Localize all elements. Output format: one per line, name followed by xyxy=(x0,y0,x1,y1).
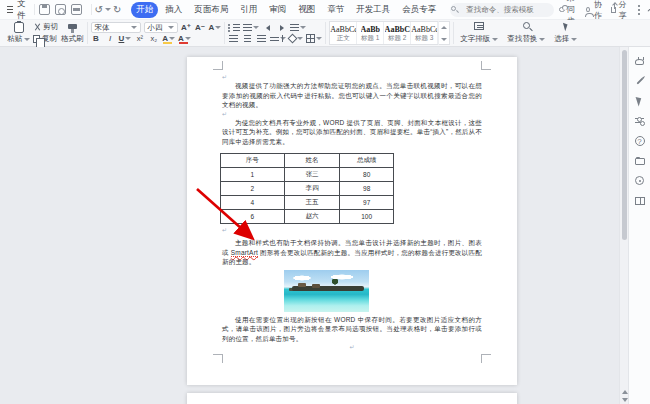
ribbon-toolbar: 粘贴 剪切 复制 格式刷 xyxy=(0,20,650,47)
tab-section[interactable]: 章节 xyxy=(322,2,349,18)
file-manager-icon[interactable] xyxy=(634,155,645,166)
style-heading1[interactable]: AaBb 标题 1 xyxy=(357,22,384,44)
style-heading3[interactable]: AaBbCc 标题 3 xyxy=(411,22,438,44)
beach-image[interactable] xyxy=(284,270,369,312)
numbered-list-button[interactable] xyxy=(243,22,259,33)
paragraph-professional[interactable]: 为使您的文档具有专业外观，WORD 提供了页眉、页脚、封面和文本框设计，这些设计… xyxy=(222,118,482,147)
subscript-button[interactable]: x₂ xyxy=(148,33,159,44)
align-right-button[interactable] xyxy=(256,33,267,44)
adjust-settings-icon[interactable] xyxy=(634,115,645,126)
share-button[interactable]: 分享 xyxy=(611,0,628,21)
style-normal[interactable]: AaBbCcDd 正文 xyxy=(330,22,357,44)
cell-name[interactable]: 张三 xyxy=(284,168,340,182)
gallery-scroll-up-icon[interactable] xyxy=(441,26,447,29)
help-icon[interactable]: ? xyxy=(634,135,645,146)
scrollbar-thumb[interactable] xyxy=(622,50,627,240)
tab-view[interactable]: 视图 xyxy=(293,2,320,18)
line-spacing-button[interactable] xyxy=(270,33,286,44)
highlight-color-button[interactable]: A xyxy=(162,33,175,44)
underline-button[interactable]: U xyxy=(119,33,132,44)
undo-icon[interactable]: ↺ xyxy=(95,4,103,15)
text-layout-icon xyxy=(474,22,484,30)
document-page-1[interactable]: 视频提供了功能强大的方法帮助您证明您的观点。当您单击联机视频时，可以在想要添加的… xyxy=(187,57,517,385)
cell-serial[interactable]: 1 xyxy=(221,168,285,182)
format-painter-button[interactable]: 格式刷 xyxy=(61,34,84,44)
tab-review[interactable]: 审阅 xyxy=(264,2,291,18)
align-center-button[interactable] xyxy=(242,33,253,44)
tab-references[interactable]: 引用 xyxy=(235,2,262,18)
previous-page-icon[interactable] xyxy=(622,390,628,394)
shading-button[interactable] xyxy=(289,33,303,44)
select-cursor-icon[interactable] xyxy=(634,95,645,106)
gallery-scroll-down-icon[interactable] xyxy=(441,38,447,41)
font-size-select[interactable]: 小四 xyxy=(144,22,178,33)
more-options-button[interactable] xyxy=(636,9,642,11)
text-direction-dropdown-icon xyxy=(300,26,306,29)
cell-serial[interactable]: 2 xyxy=(221,182,285,196)
vertical-scrollbar[interactable] xyxy=(619,47,628,404)
decrease-indent-button[interactable] xyxy=(262,22,273,33)
cell-name[interactable]: 王五 xyxy=(284,196,340,210)
find-replace-button[interactable]: 查找替换 xyxy=(504,22,548,44)
header-score[interactable]: 总成绩 xyxy=(340,154,394,168)
bullet-list-button[interactable] xyxy=(228,22,240,33)
bold-button[interactable]: B xyxy=(91,33,102,44)
cell-score[interactable]: 98 xyxy=(340,182,394,196)
header-serial[interactable]: 序号 xyxy=(221,154,285,168)
scores-table[interactable]: 序号 姓名 总成绩 1 张三 80 2 李四 98 xyxy=(220,153,394,224)
increase-indent-button[interactable] xyxy=(276,22,287,33)
cell-score[interactable]: 97 xyxy=(340,196,394,210)
undo-dropdown-icon[interactable] xyxy=(105,8,111,11)
cell-name[interactable]: 李四 xyxy=(284,182,340,196)
select-button[interactable]: 选择 xyxy=(551,22,580,44)
cell-score[interactable]: 100 xyxy=(340,210,394,224)
header-name[interactable]: 姓名 xyxy=(284,154,340,168)
tab-home[interactable]: 开始 xyxy=(131,2,158,18)
align-left-button[interactable] xyxy=(228,33,239,44)
redo-icon[interactable]: ↻ xyxy=(113,4,121,15)
print-icon[interactable] xyxy=(71,4,82,15)
copy-button[interactable]: 复制 xyxy=(33,34,58,44)
font-color-button[interactable]: A xyxy=(178,33,191,44)
editing-group: 文字排版 查找替换 选择 xyxy=(454,22,583,44)
text-direction-icon xyxy=(290,24,299,25)
cell-name[interactable]: 赵六 xyxy=(284,210,340,224)
dictionary-icon[interactable] xyxy=(634,195,645,206)
font-name-select[interactable]: 宋体 xyxy=(91,22,141,33)
shrink-font-button[interactable]: A⁻ xyxy=(195,22,206,33)
cell-score[interactable]: 80 xyxy=(340,168,394,182)
text-direction-button[interactable] xyxy=(290,22,306,33)
cut-button[interactable]: 剪切 xyxy=(33,22,58,32)
next-page-icon[interactable] xyxy=(622,398,628,402)
paragraph-save-time[interactable]: 使用在需要位置出现的新按钮在 WORD 中保存时间。若要更改图片适应文档的方式，… xyxy=(222,315,482,344)
collaborate-button[interactable]: 协作 xyxy=(586,0,603,21)
grow-font-button[interactable]: A⁺ xyxy=(181,22,192,33)
target-tools-icon[interactable] xyxy=(634,175,645,186)
italic-button[interactable]: I xyxy=(105,33,116,44)
search-input[interactable] xyxy=(450,3,554,17)
crop-mark-bottom-right xyxy=(481,354,491,363)
tab-developer[interactable]: 开发工具 xyxy=(351,2,395,18)
superscript-button[interactable]: x² xyxy=(134,33,145,44)
clear-format-button[interactable]: A xyxy=(209,22,222,33)
annotate-pen-icon[interactable] xyxy=(634,75,645,86)
text-layout-button[interactable]: 文字排版 xyxy=(457,22,501,44)
styles-gallery-scroll xyxy=(438,21,449,45)
tab-insert[interactable]: 插入 xyxy=(160,2,187,18)
document-page-2[interactable] xyxy=(187,393,517,404)
paragraph-themes[interactable]: 主题和样式也有助于文档保持协调。当您单击设计并选择新的主题时，图片、图表或 Sm… xyxy=(222,238,482,267)
cell-serial[interactable]: 6 xyxy=(221,210,285,224)
smart-tools-icon[interactable] xyxy=(634,55,645,66)
style-heading2[interactable]: AaBbC 标题 2 xyxy=(384,22,411,44)
paragraph-video[interactable]: 视频提供了功能强大的方法帮助您证明您的观点。当您单击联机视频时，可以在想要添加的… xyxy=(222,81,482,110)
save-icon[interactable] xyxy=(39,4,50,15)
undo-redo-group: ↺ ↻ xyxy=(91,4,125,15)
tab-page-layout[interactable]: 页面布局 xyxy=(189,2,233,18)
borders-button[interactable] xyxy=(306,33,322,44)
file-menu-button[interactable]: 文件 xyxy=(6,0,29,22)
print-preview-icon[interactable] xyxy=(55,4,66,15)
cell-serial[interactable]: 4 xyxy=(221,196,285,210)
paste-button[interactable]: 粘贴 xyxy=(7,34,30,44)
paragraph-mark xyxy=(222,226,482,234)
tab-member[interactable]: 会员专享 xyxy=(397,2,441,18)
